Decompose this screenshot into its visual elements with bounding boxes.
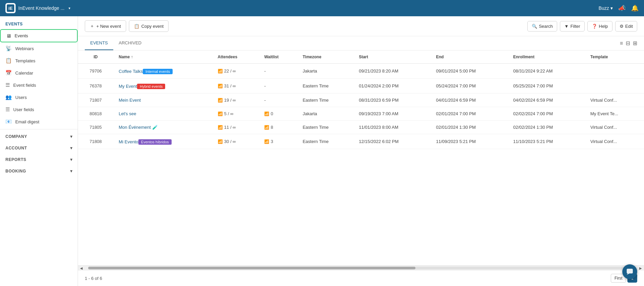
filter-button[interactable]: ▼ Filter [560, 21, 585, 32]
horizontal-scrollbar[interactable]: ◀ ▶ [78, 265, 644, 270]
cell-template [585, 79, 644, 94]
sidebar-booking-collapse[interactable]: BOOKING ▾ [0, 165, 78, 177]
sidebar-item-event-fields[interactable]: ☰ Event fields [0, 79, 78, 91]
event-name-link[interactable]: My Event [119, 84, 137, 89]
top-nav: iE InEvent Knowledge ... ▾ Buzz ▾ 📣 🔔 [0, 0, 644, 16]
cell-waitlist: - [259, 64, 297, 79]
scroll-right-arrow[interactable]: ▶ [637, 266, 644, 270]
attendees-value: 📶 31 / ∞ [218, 83, 253, 88]
copy-event-button[interactable]: 📋 Copy event [129, 20, 169, 32]
toolbar: ＋ + New event 📋 Copy event 🔍 Search ▼ Fi… [78, 16, 644, 36]
sidebar-item-user-fields[interactable]: ☰ User fields [0, 103, 78, 116]
cell-waitlist: - [259, 79, 297, 94]
event-name-link[interactable]: Mein Event [119, 98, 141, 103]
sidebar-item-user-fields-label: User fields [13, 107, 34, 112]
app-logo: iE [5, 3, 16, 13]
cell-end: 11/09/2023 5:21 PM [431, 134, 508, 149]
booking-label: BOOKING [5, 169, 26, 173]
megaphone-icon[interactable]: 📣 [618, 4, 626, 12]
edit-button[interactable]: ⚙ Edit [615, 21, 637, 32]
cell-template: My Event Te... [585, 107, 644, 121]
cell-name: Coffee TalksInternal events [113, 64, 212, 79]
cell-start: 11/01/2023 8:00 AM [353, 121, 431, 134]
attendees-value: 📶 30 / ∞ [218, 139, 253, 144]
tab-events[interactable]: EVENTS [85, 36, 113, 50]
help-button[interactable]: ❓ Help [587, 21, 612, 32]
sidebar-item-templates[interactable]: 📋 Templates [0, 55, 78, 67]
buzz-button[interactable]: Buzz ▾ [599, 5, 613, 11]
gear-icon: ⚙ [620, 24, 624, 29]
email-icon: 📧 [5, 119, 12, 125]
bell-icon[interactable]: 🔔 [631, 4, 639, 12]
tab-archived[interactable]: ARCHIVED [113, 36, 147, 50]
calendar-icon: 📅 [5, 70, 12, 76]
wifi-icon: 📶 [218, 125, 223, 130]
cell-enrollment: 04/02/2024 6:59 PM [508, 94, 585, 107]
event-name-link[interactable]: Let's see [119, 111, 136, 116]
waitlist-value: 📶 0 [264, 111, 292, 116]
search-button[interactable]: 🔍 Search [527, 21, 557, 32]
svg-marker-3 [627, 273, 629, 275]
buzz-chevron-icon: ▾ [610, 5, 613, 11]
sidebar-item-events[interactable]: 🖥 Events [0, 29, 78, 42]
sidebar-account-collapse[interactable]: ACCOUNT ▾ [0, 142, 78, 154]
cell-template: Virtual Conf... [585, 121, 644, 134]
cell-end: 09/01/2024 5:00 PM [431, 64, 508, 79]
webinar-icon: 📡 [5, 45, 12, 52]
col-start: Start [353, 50, 431, 64]
cell-enrollment: 02/02/2024 7:00 PM [508, 107, 585, 121]
table-row: 71808Mi EventoEventos híbridos📶 30 / ∞📶 … [78, 134, 644, 149]
event-name-link[interactable]: Coffee Talks [119, 69, 143, 74]
cell-attendees: 📶 22 / ∞ [212, 64, 259, 79]
sidebar-item-webinars[interactable]: 📡 Webinars [0, 42, 78, 55]
list-view-icon[interactable]: ≡ [620, 40, 623, 46]
attendees-value: 📶 5 / ∞ [218, 111, 253, 116]
event-name-link[interactable]: Mon Événement [119, 125, 151, 130]
search-icon: 🔍 [532, 24, 537, 29]
col-name[interactable]: Name ↑ [113, 50, 212, 64]
cell-name: Let's see [113, 107, 212, 121]
scrollbar-thumb[interactable] [88, 267, 415, 269]
wifi-icon: 📶 [218, 69, 223, 74]
svg-text:iE: iE [8, 6, 13, 11]
compact-view-icon[interactable]: ⊟ [626, 40, 630, 46]
cell-enrollment: 08/31/2024 9:22 AM [508, 64, 585, 79]
cell-id: 80818 [78, 107, 113, 121]
sidebar-item-calendar[interactable]: 📅 Calendar [0, 67, 78, 79]
sidebar-item-email-digest[interactable]: 📧 Email digest [0, 116, 78, 128]
account-label: ACCOUNT [5, 146, 27, 150]
grid-view-icon[interactable]: ⊞ [633, 40, 637, 46]
cell-attendees: 📶 11 / ∞ [212, 121, 259, 134]
cell-timezone: Jakarta [297, 107, 353, 121]
app-title: InEvent Knowledge ... [18, 5, 64, 11]
chat-bubble-button[interactable] [622, 264, 637, 279]
cell-start: 08/31/2023 6:59 PM [353, 94, 431, 107]
sidebar-item-events-label: Events [15, 33, 28, 38]
sort-icon: ↑ [131, 55, 133, 59]
event-badge: Eventos híbridos [138, 139, 172, 145]
cell-end: 02/01/2024 1:30 PM [431, 121, 508, 134]
sidebar-item-event-fields-label: Event fields [13, 83, 36, 88]
app-title-chevron-icon[interactable]: ▾ [69, 6, 71, 11]
sidebar-item-users[interactable]: 👥 Users [0, 91, 78, 103]
event-badge: Hybrid events [137, 84, 165, 89]
events-table-container: ID Name ↑ Attendees Waitlist Timezone St… [78, 50, 644, 265]
cell-template: Virtual Conf... [585, 94, 644, 107]
scroll-left-arrow[interactable]: ◀ [78, 266, 85, 270]
table-row: 71805Mon Événement🧪📶 11 / ∞📶 8Eastern Ti… [78, 121, 644, 134]
cell-id: 76378 [78, 79, 113, 94]
new-event-button[interactable]: ＋ + New event [85, 20, 126, 32]
cell-id: 71807 [78, 94, 113, 107]
sidebar-company-collapse[interactable]: COMPANY ▾ [0, 131, 78, 142]
copy-event-label: Copy event [141, 24, 164, 29]
sidebar-reports-collapse[interactable]: REPORTS ▾ [0, 154, 78, 165]
cell-waitlist: 📶 3 [259, 134, 297, 149]
svg-rect-2 [627, 269, 633, 273]
sidebar: EVENTS 🖥 Events 📡 Webinars 📋 Templates 📅… [0, 16, 78, 286]
waitlist-wifi-icon: 📶 [264, 139, 269, 144]
nav-right: Buzz ▾ 📣 🔔 [599, 4, 639, 12]
copy-icon: 📋 [134, 24, 139, 29]
event-name-link[interactable]: Mi Evento [119, 139, 138, 144]
cell-attendees: 📶 31 / ∞ [212, 79, 259, 94]
main-content: ＋ + New event 📋 Copy event 🔍 Search ▼ Fi… [78, 16, 644, 286]
